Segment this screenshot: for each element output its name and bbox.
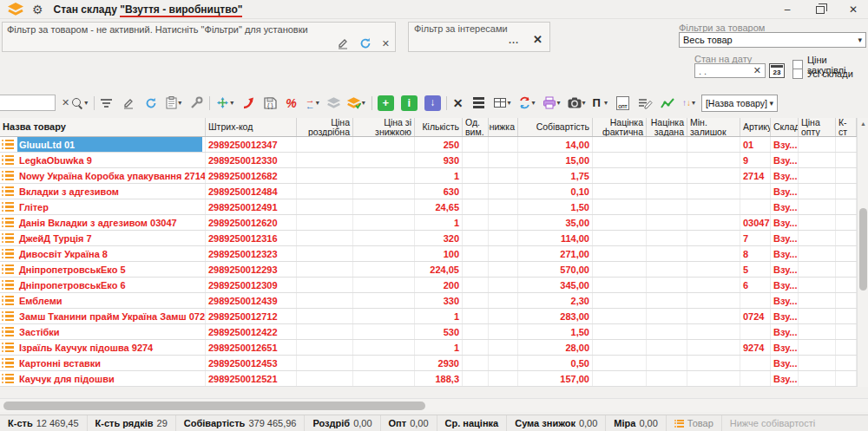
table-cell[interactable]: [647, 324, 687, 339]
table-cell[interactable]: Взу...: [771, 231, 799, 245]
table-cell[interactable]: [836, 199, 857, 214]
table-cell[interactable]: [297, 371, 353, 386]
table-cell[interactable]: 03047: [740, 215, 771, 230]
column-header[interactable]: Знижка: [489, 118, 518, 136]
calendar-button[interactable]: 23: [769, 63, 785, 78]
table-cell[interactable]: [297, 278, 353, 292]
table-cell[interactable]: Взу...: [771, 371, 799, 386]
sync-button[interactable]: ▾: [517, 94, 536, 113]
table-cell[interactable]: 2989250012330: [206, 153, 297, 167]
table-cell[interactable]: [297, 215, 353, 230]
table-cell[interactable]: Взу...: [771, 184, 799, 199]
table-cell[interactable]: 2989250012682: [206, 168, 297, 183]
table-cell[interactable]: [489, 340, 518, 355]
search-clear-icon[interactable]: ✕: [61, 94, 70, 113]
table-cell[interactable]: [353, 199, 415, 214]
table-cell[interactable]: [647, 215, 687, 230]
table-cell[interactable]: [463, 309, 489, 323]
table-cell[interactable]: [297, 309, 353, 323]
table-cell[interactable]: 114,00: [518, 231, 593, 245]
table-cell[interactable]: Ізраїль Каучук підошва 9274: [0, 340, 206, 355]
status-tovar[interactable]: Товар: [667, 415, 722, 431]
table-cell[interactable]: [463, 371, 489, 386]
table-cell[interactable]: [647, 371, 687, 386]
table-cell[interactable]: Взу...: [771, 215, 799, 230]
table-cell[interactable]: [489, 168, 518, 183]
table-cell[interactable]: 01: [740, 137, 771, 152]
table-cell[interactable]: 8: [740, 246, 771, 261]
table-cell[interactable]: [740, 184, 771, 199]
table-cell[interactable]: 1: [415, 168, 463, 183]
grid-view-button[interactable]: ▾: [493, 94, 511, 113]
table-cell[interactable]: [647, 278, 687, 292]
table-row[interactable]: Nowy Україна Коробка упакування 27142989…: [0, 168, 857, 184]
table-cell[interactable]: Взу...: [771, 153, 799, 167]
table-cell[interactable]: 1: [415, 309, 463, 323]
table-cell[interactable]: [836, 356, 857, 370]
vertical-scroll-thumb[interactable]: [859, 208, 867, 291]
table-cell[interactable]: [489, 246, 518, 261]
layers-gray-button[interactable]: [326, 94, 342, 113]
table-cell[interactable]: [687, 199, 740, 214]
table-cell[interactable]: [799, 293, 836, 308]
table-cell[interactable]: 1,75: [518, 168, 593, 183]
table-cell[interactable]: [297, 137, 353, 152]
table-cell[interactable]: [593, 324, 647, 339]
table-cell[interactable]: 530: [415, 324, 463, 339]
table-cell[interactable]: [836, 168, 857, 183]
table-cell[interactable]: 2930: [415, 356, 463, 370]
table-cell[interactable]: ДніпропетровськЕко 6: [0, 278, 206, 292]
table-cell[interactable]: 2989250012293: [206, 262, 297, 277]
table-cell[interactable]: [647, 309, 687, 323]
column-header[interactable]: Склад: [771, 118, 799, 136]
table-cell[interactable]: 5: [740, 262, 771, 277]
table-cell[interactable]: 320: [415, 231, 463, 245]
tools-button[interactable]: [189, 94, 204, 113]
table-cell[interactable]: [799, 231, 836, 245]
table-row[interactable]: Застібки29892500124225301,50Взу...: [0, 324, 857, 340]
horizontal-scrollbar[interactable]: [0, 398, 868, 412]
table-cell[interactable]: 1: [415, 340, 463, 355]
table-cell[interactable]: [687, 184, 740, 199]
scroll-up-icon[interactable]: ▲: [858, 118, 868, 130]
table-cell[interactable]: Взу...: [771, 293, 799, 308]
table-cell[interactable]: Взу...: [771, 356, 799, 370]
table-cell[interactable]: [353, 278, 415, 292]
table-cell[interactable]: [593, 215, 647, 230]
table-cell[interactable]: 157,00: [518, 371, 593, 386]
table-cell[interactable]: [297, 324, 353, 339]
table-cell[interactable]: [353, 293, 415, 308]
table-cell[interactable]: Взу...: [771, 324, 799, 339]
table-cell[interactable]: 1,50: [518, 199, 593, 214]
table-cell[interactable]: Емблеми: [0, 293, 206, 308]
table-cell[interactable]: [353, 340, 415, 355]
table-cell[interactable]: 2989250012347: [206, 137, 297, 152]
table-cell[interactable]: [593, 246, 647, 261]
table-cell[interactable]: 9274: [740, 340, 771, 355]
table-cell[interactable]: [593, 153, 647, 167]
column-header[interactable]: Собівартість: [518, 118, 593, 136]
table-cell[interactable]: [353, 153, 415, 167]
table-cell[interactable]: [799, 324, 836, 339]
table-cell[interactable]: [647, 168, 687, 183]
table-cell[interactable]: [593, 199, 647, 214]
table-cell[interactable]: [353, 309, 415, 323]
table-cell[interactable]: [463, 278, 489, 292]
table-cell[interactable]: [799, 278, 836, 292]
table-cell[interactable]: [489, 215, 518, 230]
table-cell[interactable]: 345,00: [518, 278, 593, 292]
table-cell[interactable]: [297, 184, 353, 199]
table-cell[interactable]: [353, 231, 415, 245]
table-cell[interactable]: 283,00: [518, 309, 593, 323]
column-header[interactable]: Од. вим.: [463, 118, 489, 136]
table-cell[interactable]: Взу...: [771, 340, 799, 355]
table-cell[interactable]: 6: [740, 278, 771, 292]
table-row[interactable]: GluuuLtd 01298925001234725014,0001Взу...: [0, 137, 857, 153]
table-cell[interactable]: [647, 231, 687, 245]
table-cell[interactable]: 2989250012453: [206, 356, 297, 370]
table-cell[interactable]: [687, 293, 740, 308]
search-button[interactable]: ▾: [70, 94, 89, 113]
table-row[interactable]: Замш Тканини прайм Україна Замш 07242989…: [0, 309, 857, 324]
table-cell[interactable]: 630: [415, 184, 463, 199]
table-cell[interactable]: [799, 199, 836, 214]
